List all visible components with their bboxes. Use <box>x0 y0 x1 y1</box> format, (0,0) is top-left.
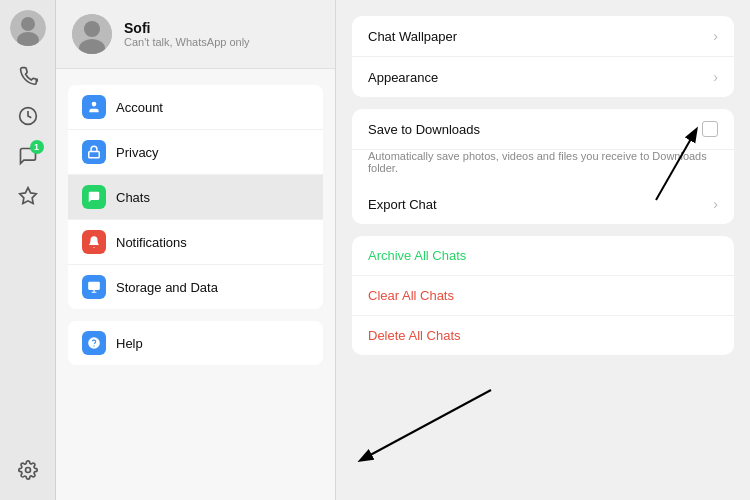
menu-item-privacy[interactable]: Privacy <box>68 130 323 175</box>
middle-panel: Sofi Can't talk, WhatsApp only Account P… <box>56 0 336 500</box>
icon-bar: 1 <box>0 0 56 500</box>
svg-point-9 <box>92 102 97 107</box>
save-downloads-row[interactable]: Save to Downloads <box>352 109 734 150</box>
save-downloads-label: Save to Downloads <box>368 122 702 137</box>
chat-wallpaper-right: › <box>713 28 718 44</box>
user-sub: Can't talk, WhatsApp only <box>124 36 250 48</box>
chats-label: Chats <box>116 190 150 205</box>
chats-icon-btn[interactable]: 1 <box>10 138 46 174</box>
chats-icon <box>82 185 106 209</box>
menu-item-storage[interactable]: Storage and Data <box>68 265 323 309</box>
save-downloads-toggle[interactable] <box>702 121 718 137</box>
svg-rect-10 <box>89 151 100 157</box>
user-avatar-btn[interactable] <box>10 10 46 46</box>
status-icon-btn[interactable] <box>10 98 46 134</box>
user-header: Sofi Can't talk, WhatsApp only <box>56 0 335 69</box>
chevron-icon-3: › <box>713 196 718 212</box>
right-panel: Chat Wallpaper › Appearance › Save to Do… <box>336 0 750 500</box>
user-info: Sofi Can't talk, WhatsApp only <box>124 20 250 48</box>
account-label: Account <box>116 100 163 115</box>
svg-point-1 <box>21 17 35 31</box>
danger-group: Archive All Chats Clear All Chats Delete… <box>352 236 734 355</box>
settings-menu: Account Privacy Chats Notifications Stor… <box>56 69 335 381</box>
svg-point-5 <box>25 468 30 473</box>
svg-marker-4 <box>19 188 36 204</box>
clear-all-chats-row[interactable]: Clear All Chats <box>352 276 734 316</box>
appearance-label: Appearance <box>368 70 713 85</box>
settings-group-2: Save to Downloads Automatically save pho… <box>352 109 734 224</box>
storage-icon <box>82 275 106 299</box>
chevron-icon-2: › <box>713 69 718 85</box>
account-icon <box>82 95 106 119</box>
chat-wallpaper-row[interactable]: Chat Wallpaper › <box>352 16 734 57</box>
svg-rect-11 <box>88 282 100 290</box>
chat-wallpaper-label: Chat Wallpaper <box>368 29 713 44</box>
delete-all-chats-row[interactable]: Delete All Chats <box>352 316 734 355</box>
privacy-icon <box>82 140 106 164</box>
svg-point-7 <box>84 21 100 37</box>
svg-line-16 <box>361 390 491 460</box>
menu-section-help: Help <box>68 321 323 365</box>
svg-point-15 <box>93 345 94 346</box>
chevron-icon: › <box>713 28 718 44</box>
menu-item-help[interactable]: Help <box>68 321 323 365</box>
settings-icon-btn[interactable] <box>10 452 46 488</box>
help-icon <box>82 331 106 355</box>
chat-badge: 1 <box>30 140 44 154</box>
menu-section-main: Account Privacy Chats Notifications Stor… <box>68 85 323 309</box>
phone-icon-btn[interactable] <box>10 58 46 94</box>
appearance-right: › <box>713 69 718 85</box>
starred-icon-btn[interactable] <box>10 178 46 214</box>
storage-label: Storage and Data <box>116 280 218 295</box>
menu-item-notifications[interactable]: Notifications <box>68 220 323 265</box>
export-chat-right: › <box>713 196 718 212</box>
privacy-label: Privacy <box>116 145 159 160</box>
appearance-row[interactable]: Appearance › <box>352 57 734 97</box>
menu-item-chats[interactable]: Chats <box>68 175 323 220</box>
export-chat-label: Export Chat <box>368 197 713 212</box>
archive-all-chats-row[interactable]: Archive All Chats <box>352 236 734 276</box>
menu-item-account[interactable]: Account <box>68 85 323 130</box>
save-downloads-sub: Automatically save photos, videos and fi… <box>352 150 734 184</box>
export-chat-row[interactable]: Export Chat › <box>352 184 734 224</box>
settings-group-1: Chat Wallpaper › Appearance › <box>352 16 734 97</box>
notifications-icon <box>82 230 106 254</box>
notifications-label: Notifications <box>116 235 187 250</box>
save-downloads-right <box>702 121 718 137</box>
user-avatar <box>72 14 112 54</box>
help-label: Help <box>116 336 143 351</box>
user-name: Sofi <box>124 20 250 36</box>
